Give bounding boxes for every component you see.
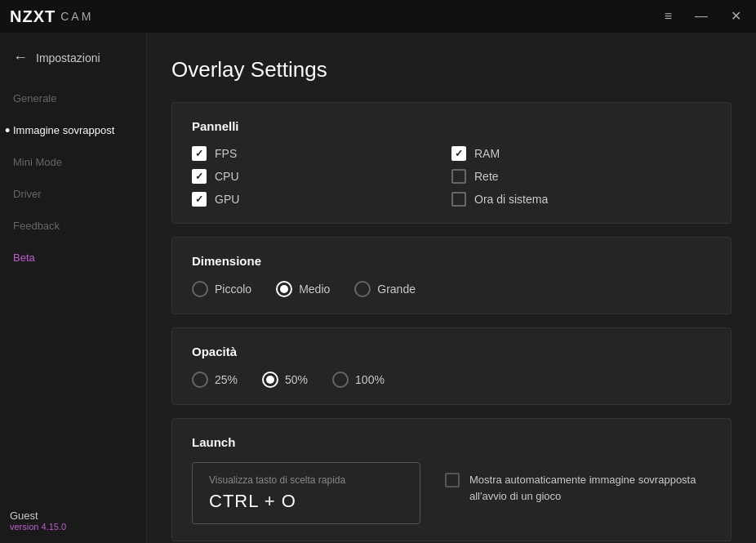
sidebar-items: Generale Immagine sovrappost Mini Mode D…	[0, 82, 146, 274]
radio-25[interactable]: 25%	[192, 372, 238, 388]
back-label: Impostazioni	[36, 51, 100, 65]
checkbox-ram[interactable]: RAM	[451, 146, 711, 161]
radio-grande-circle[interactable]	[354, 281, 371, 297]
main-layout: ← Impostazioni Generale Immagine sovrapp…	[0, 33, 756, 543]
back-button[interactable]: ← Impostazioni	[0, 41, 146, 74]
checkbox-fps-box[interactable]	[192, 146, 207, 161]
sidebar-item-driver[interactable]: Driver	[0, 178, 146, 210]
checkbox-cpu-label: CPU	[215, 170, 239, 183]
checkbox-ram-box[interactable]	[451, 146, 466, 161]
radio-piccolo[interactable]: Piccolo	[192, 281, 251, 297]
pannelli-title: Pannelli	[192, 119, 711, 133]
panels-grid: FPS RAM CPU Rete	[192, 146, 711, 207]
radio-100[interactable]: 100%	[332, 372, 385, 388]
launch-content: Visualizza tasto di scelta rapida CTRL +…	[192, 462, 711, 524]
launch-title: Launch	[192, 435, 711, 449]
radio-medio-circle[interactable]	[276, 281, 292, 297]
checkbox-cpu-box[interactable]	[192, 169, 207, 184]
checkbox-ram-label: RAM	[474, 147, 500, 160]
auto-launch-checkbox[interactable]	[445, 473, 460, 487]
opacita-title: Opacità	[192, 345, 711, 358]
back-arrow-icon: ←	[13, 49, 28, 66]
shortcut-label: Visualizza tasto di scelta rapida	[209, 474, 403, 486]
page-title: Overlay Settings	[171, 57, 732, 82]
radio-medio[interactable]: Medio	[276, 281, 330, 297]
radio-25-label: 25%	[215, 373, 238, 386]
auto-launch[interactable]: Mostra automaticamente immagine sovrappo…	[445, 462, 711, 504]
auto-launch-text: Mostra automaticamente immagine sovrappo…	[469, 472, 711, 504]
close-button[interactable]: ✕	[726, 7, 746, 26]
footer-user: Guest	[10, 510, 66, 522]
logo-cam: CAM	[60, 10, 93, 23]
sidebar-item-beta[interactable]: Beta	[0, 242, 146, 274]
checkbox-ora[interactable]: Ora di sistema	[451, 192, 711, 207]
radio-grande-label: Grande	[377, 283, 416, 296]
radio-100-circle[interactable]	[332, 372, 349, 388]
content-area: Overlay Settings Pannelli FPS RAM CPU	[147, 33, 756, 543]
radio-50[interactable]: 50%	[262, 372, 308, 388]
window-controls: ≡ — ✕	[660, 7, 746, 26]
opacita-card: Opacità 25% 50% 100%	[171, 327, 732, 405]
footer: Guest version 4.15.0	[10, 510, 66, 532]
minimize-button[interactable]: —	[690, 7, 713, 26]
checkbox-ora-label: Ora di sistema	[474, 193, 548, 206]
sidebar-item-immagine-sovrapposta[interactable]: Immagine sovrappost	[0, 114, 146, 146]
footer-version: version 4.15.0	[10, 522, 66, 532]
checkbox-rete[interactable]: Rete	[451, 169, 711, 184]
shortcut-key: CTRL + O	[209, 491, 403, 512]
checkbox-gpu-label: GPU	[215, 193, 239, 206]
checkbox-rete-label: Rete	[474, 170, 499, 183]
sidebar-item-generale[interactable]: Generale	[0, 82, 146, 114]
radio-medio-label: Medio	[299, 283, 330, 296]
checkbox-fps-label: FPS	[215, 147, 237, 160]
sidebar: ← Impostazioni Generale Immagine sovrapp…	[0, 33, 147, 543]
dimensione-title: Dimensione	[192, 254, 711, 268]
shortcut-box: Visualizza tasto di scelta rapida CTRL +…	[192, 462, 420, 524]
radio-50-label: 50%	[285, 373, 308, 386]
radio-piccolo-label: Piccolo	[215, 283, 251, 296]
sidebar-item-mini-mode[interactable]: Mini Mode	[0, 146, 146, 178]
title-bar: NZXT CAM ≡ — ✕	[0, 0, 756, 33]
app-logo: NZXT CAM	[10, 7, 93, 26]
checkbox-fps[interactable]: FPS	[192, 146, 451, 161]
checkbox-rete-box[interactable]	[451, 169, 466, 184]
dimensione-radio-group: Piccolo Medio Grande	[192, 281, 711, 297]
launch-card: Launch Visualizza tasto di scelta rapida…	[171, 418, 732, 541]
radio-50-circle[interactable]	[262, 372, 278, 388]
logo-nzxt: NZXT	[10, 7, 56, 26]
radio-grande[interactable]: Grande	[354, 281, 416, 297]
menu-button[interactable]: ≡	[660, 7, 677, 26]
pannelli-card: Pannelli FPS RAM CPU	[171, 102, 732, 224]
radio-piccolo-circle[interactable]	[192, 281, 208, 297]
checkbox-cpu[interactable]: CPU	[192, 169, 451, 184]
checkbox-gpu-box[interactable]	[192, 192, 207, 207]
radio-100-label: 100%	[355, 373, 385, 386]
checkbox-ora-box[interactable]	[451, 192, 466, 207]
checkbox-gpu[interactable]: GPU	[192, 192, 451, 207]
radio-25-circle[interactable]	[192, 372, 208, 388]
opacita-radio-group: 25% 50% 100%	[192, 372, 711, 388]
sidebar-item-feedback[interactable]: Feedback	[0, 210, 146, 242]
dimensione-card: Dimensione Piccolo Medio Grande	[171, 237, 732, 314]
